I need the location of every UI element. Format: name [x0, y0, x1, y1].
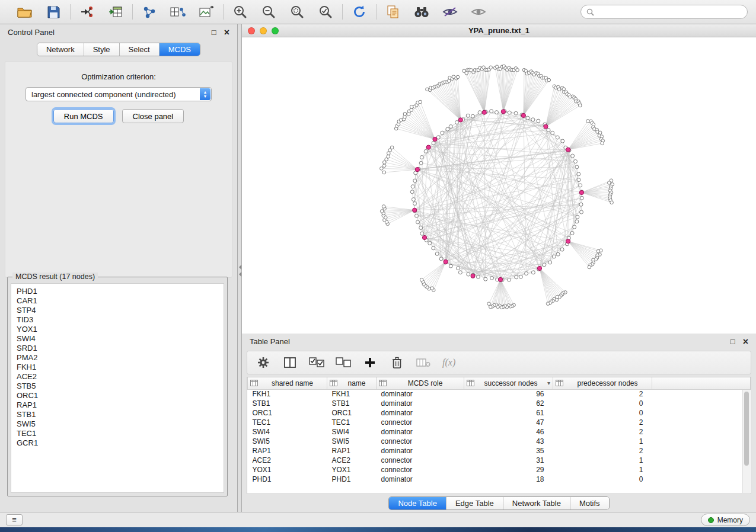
mcds-result-item[interactable]: ORC1 — [17, 391, 218, 400]
mcds-result-item[interactable]: PHD1 — [17, 287, 218, 296]
column-header-successor-nodes[interactable]: successor nodes▾ — [464, 377, 553, 389]
tab-network[interactable]: Network — [37, 43, 84, 56]
select-all-button[interactable] — [309, 355, 324, 370]
table-row[interactable]: TEC1TEC1connector472 — [248, 418, 751, 427]
close-panel-button[interactable]: Close panel — [122, 109, 184, 123]
mcds-result-list[interactable]: PHD1CAR1STP4TID3YOX1SWI4SRD1PMA2FKH1ACE2… — [11, 283, 224, 493]
close-table-panel-icon[interactable]: × — [743, 337, 748, 347]
table-row[interactable]: PHD1PHD1dominator180 — [248, 475, 751, 484]
table-row[interactable]: ACE2ACE2connector311 — [248, 456, 751, 465]
panel-splitter[interactable] — [238, 24, 242, 512]
panel-menu-button[interactable]: ≡ — [6, 514, 23, 525]
export-image-button[interactable] — [197, 2, 216, 21]
save-session-button[interactable] — [44, 2, 63, 21]
mcds-result-item[interactable]: CAR1 — [17, 296, 218, 306]
delete-table-button[interactable] — [416, 355, 431, 370]
hide-details-button[interactable] — [441, 2, 460, 21]
table-toolbar: f(x) — [247, 351, 751, 374]
mcds-result-item[interactable]: STB5 — [17, 382, 218, 391]
network-from-table-button[interactable] — [168, 2, 187, 21]
mcds-result-item[interactable]: TEC1 — [17, 429, 218, 438]
show-details-button[interactable] — [469, 2, 488, 21]
clone-network-button[interactable] — [384, 2, 403, 21]
run-mcds-button[interactable]: Run MCDS — [53, 109, 114, 123]
mcds-result-item[interactable]: SWI4 — [17, 334, 218, 344]
search-network-button[interactable] — [412, 2, 431, 21]
mcds-result-item[interactable]: RAP1 — [17, 400, 218, 410]
scrollbar-thumb[interactable] — [744, 392, 749, 466]
zoom-in-icon — [233, 5, 247, 19]
mcds-result-item[interactable]: SWI5 — [17, 419, 218, 429]
table-scrollbar[interactable] — [742, 390, 750, 493]
mcds-result-item[interactable]: SRD1 — [17, 344, 218, 353]
minimize-window-icon[interactable] — [260, 27, 267, 34]
memory-label: Memory — [717, 516, 743, 524]
mcds-result-item[interactable]: FKH1 — [17, 363, 218, 372]
table-body: FKH1FKH1dominator962STB1STB1dominator620… — [248, 389, 751, 484]
search-box[interactable] — [580, 5, 748, 19]
unselect-all-button[interactable] — [336, 355, 351, 370]
column-header-predecessor-nodes[interactable]: predecessor nodes — [553, 377, 652, 389]
show-columns-button[interactable] — [282, 355, 298, 370]
table-settings-button[interactable] — [256, 355, 271, 370]
table-row[interactable]: SWI5SWI5connector431 — [248, 437, 751, 446]
function-builder-button[interactable]: f(x) — [442, 355, 455, 370]
tab-motifs[interactable]: Motifs — [570, 497, 609, 509]
column-header-shared-name[interactable]: shared name — [248, 377, 327, 389]
network-window-titlebar: YPA_prune.txt_1 — [242, 24, 756, 37]
mcds-result-item[interactable]: ACE2 — [17, 372, 218, 382]
zoom-out-button[interactable] — [259, 2, 278, 21]
tab-edge-table[interactable]: Edge Table — [446, 497, 503, 509]
zoom-fit-icon — [290, 5, 304, 19]
close-window-icon[interactable] — [248, 27, 255, 34]
refresh-button[interactable] — [350, 2, 369, 21]
column-header-name[interactable]: name — [327, 377, 377, 389]
control-tabs: NetworkStyleSelectMCDS — [37, 43, 200, 56]
table-tabs: Node TableEdge TableNetwork TableMotifs — [388, 496, 609, 510]
float-table-panel-icon[interactable]: □ — [731, 338, 735, 345]
zoom-selected-button[interactable] — [316, 2, 335, 21]
network-graph[interactable] — [242, 37, 756, 334]
fx-icon: f(x) — [442, 357, 455, 368]
tab-style[interactable]: Style — [84, 43, 119, 56]
zoom-fit-button[interactable] — [288, 2, 307, 21]
plus-icon — [365, 357, 375, 368]
memory-button[interactable]: Memory — [701, 514, 750, 526]
tab-network-table[interactable]: Network Table — [503, 497, 570, 509]
network-view[interactable] — [242, 37, 756, 334]
mcds-result-item[interactable]: GCR1 — [17, 438, 218, 448]
mcds-result-item[interactable]: YOX1 — [17, 325, 218, 334]
save-icon — [47, 6, 60, 18]
mcds-result-item[interactable]: STP4 — [17, 306, 218, 315]
tab-select[interactable]: Select — [119, 43, 159, 56]
table-row[interactable]: STB1STB1dominator620 — [248, 399, 751, 408]
table-row[interactable]: FKH1FKH1dominator962 — [248, 389, 751, 399]
tab-mcds[interactable]: MCDS — [159, 43, 200, 56]
search-input[interactable] — [598, 8, 742, 16]
table-row[interactable]: YOX1YOX1connector291 — [248, 465, 751, 475]
import-table-icon — [109, 5, 123, 18]
table-row[interactable]: RAP1RAP1dominator352 — [248, 446, 751, 456]
tab-node-table[interactable]: Node Table — [389, 497, 446, 509]
mcds-result-item[interactable]: TID3 — [17, 315, 218, 325]
new-network-button[interactable] — [140, 2, 159, 21]
delete-column-button[interactable] — [389, 355, 404, 370]
import-table-button[interactable] — [106, 2, 125, 21]
gear-icon — [257, 357, 269, 368]
add-column-button[interactable] — [362, 355, 378, 370]
float-panel-icon[interactable]: □ — [212, 28, 216, 36]
table-row[interactable]: ORC1ORC1dominator610 — [248, 408, 751, 418]
maximize-window-icon[interactable] — [272, 27, 279, 34]
table-row[interactable]: SWI4SWI4dominator462 — [248, 427, 751, 437]
optimization-criterion-dropdown[interactable]: largest connected component (undirected)… — [25, 87, 212, 101]
eye-icon — [471, 6, 486, 18]
open-session-button[interactable] — [15, 2, 34, 21]
mcds-result-item[interactable]: STB1 — [17, 410, 218, 419]
close-panel-icon[interactable]: × — [224, 28, 229, 37]
mcds-result-item[interactable]: PMA2 — [17, 353, 218, 363]
column-header-MCDS-role[interactable]: MCDS role — [377, 377, 464, 389]
import-network-button[interactable] — [78, 2, 97, 21]
table-column-icon — [330, 380, 337, 386]
trash-icon — [392, 357, 402, 368]
zoom-in-button[interactable] — [231, 2, 250, 21]
